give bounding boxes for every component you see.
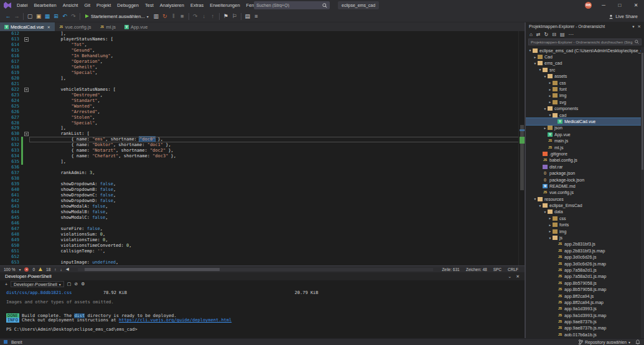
line-options-icon[interactable]: ≡: [252, 11, 261, 22]
tree-item-json[interactable]: ▸json: [526, 125, 641, 131]
tree-item--gitignore[interactable]: .gitignore: [526, 150, 641, 157]
scroll-left-icon[interactable]: ◀: [66, 267, 69, 272]
chevron-down-icon[interactable]: ▾: [548, 236, 553, 240]
tree-item-app-8b579058-js[interactable]: JSapp.8b579058.js: [526, 280, 641, 286]
block-select-icon[interactable]: ▤: [243, 11, 252, 22]
warning-count[interactable]: 18: [46, 267, 50, 272]
menu-item-git[interactable]: Git: [81, 0, 93, 11]
code-line-627[interactable]: 627 "Stolen",: [5, 115, 525, 121]
code-line-615[interactable]: 615 "Gesund",: [5, 48, 525, 53]
fold-collapse-icon[interactable]: [24, 132, 29, 136]
minimize-button[interactable]: ─: [595, 0, 612, 11]
tree-item-app-2b831bf3-js[interactable]: JSapp.2b831bf3.js: [526, 241, 641, 247]
zoom-dropdown-icon[interactable]: ▾: [19, 267, 21, 272]
tab-vue-config-js[interactable]: JSvue.config.js: [55, 22, 96, 31]
tree-item-ml-js[interactable]: JSml.js: [526, 144, 641, 150]
bookmark-list-icon[interactable]: ⚐: [230, 11, 239, 22]
new-terminal-icon[interactable]: +: [5, 282, 7, 287]
code-line-622[interactable]: 622 vehicleStatusNames: [: [5, 87, 525, 93]
code-line-649[interactable]: 649 violationsTime: 0,: [5, 237, 525, 243]
warnings-icon[interactable]: [39, 267, 42, 271]
chevron-down-icon[interactable]: ▾: [533, 197, 538, 201]
code-editor[interactable]: 612 ],613 playerStatusNames: [614 "Tot",…: [0, 31, 525, 265]
explorer-scrollbar[interactable]: [641, 47, 644, 338]
window-position-icon[interactable]: ▾: [632, 24, 634, 29]
attach-icon[interactable]: ▥: [152, 11, 161, 22]
menu-item-debuggen[interactable]: Debuggen: [114, 0, 142, 11]
step-over-icon[interactable]: ↷: [191, 11, 200, 22]
code-line-613[interactable]: 613 playerStatusNames: [: [5, 37, 525, 42]
tree-item-app-7a58a2d1-js[interactable]: JSapp.7a58a2d1.js: [526, 267, 641, 273]
close-panel-icon[interactable]: ✕: [516, 274, 520, 279]
bookmark-icon[interactable]: ⚑: [222, 11, 230, 22]
code-line-648[interactable]: 648 violationsSum: 0,: [5, 232, 525, 237]
kill-terminal-icon[interactable]: ⊘: [74, 282, 78, 287]
code-line-623[interactable]: 623 "Destroyed",: [5, 93, 525, 98]
tree-item-babel-config-js[interactable]: JSbabel.config.js: [526, 157, 641, 163]
tree-item-app-8ff2ca94-js-map[interactable]: JSapp.8ff2ca94.js.map: [526, 299, 641, 305]
tree-item-aob-017b6a1b-js[interactable]: JSaob.017b6a1b.js: [526, 331, 641, 338]
error-count[interactable]: 0: [32, 267, 35, 272]
home-icon[interactable]: ⌂: [530, 32, 533, 37]
terminal-link[interactable]: https://cli.vuejs.org/guide/deployment.h…: [119, 318, 231, 323]
chevron-right-icon[interactable]: ▸: [548, 81, 553, 85]
code-line-633[interactable]: 633 { name: "Notarzt", shortname: "doc2"…: [5, 148, 525, 154]
tree-item-readme-md[interactable]: MREADME.md: [526, 183, 641, 189]
tree-item-app-7a58a2d1-js-map[interactable]: JSapp.7a58a2d1.js.map: [526, 274, 641, 280]
chevron-right-icon[interactable]: ▸: [548, 100, 553, 104]
code-line-650[interactable]: 650 violationsTimeConverted: 0,: [5, 243, 525, 249]
code-line-644[interactable]: 644 showModalB: false,: [5, 209, 525, 215]
tree-item-eclipse-emscad[interactable]: ▾eclipse_EmsCad: [526, 202, 641, 208]
refresh-icon[interactable]: ↻: [544, 32, 549, 37]
code-line-631[interactable]: 631 { name: "ems", shortname: "doc0" },: [5, 137, 525, 142]
code-line-645[interactable]: 645 showModalC: false,: [5, 215, 525, 221]
tree-item-eclipse-ems-cad-c-users-admin-desktop-eclipse-e[interactable]: ▾eclipse_ems_cad (C:\Users\Admin\Desktop…: [526, 47, 641, 53]
menu-item-ansicht[interactable]: Ansicht: [60, 0, 82, 11]
chevron-down-icon[interactable]: ▾: [538, 68, 543, 71]
selected-text[interactable]: "doc0": [139, 137, 155, 142]
tree-item-package-lock-json[interactable]: {}package-lock.json: [526, 177, 641, 183]
tree-item-app-2b831bf3-js-map[interactable]: JSapp.2b831bf3.js.map: [526, 247, 641, 254]
live-share-button[interactable]: Live Share: [609, 11, 638, 22]
tree-item-app-9a1d3993-js[interactable]: JSapp.9a1d3993.js: [526, 306, 641, 312]
collapse-all-icon[interactable]: ⊟: [552, 32, 556, 37]
step-into-icon[interactable]: ↓: [200, 11, 208, 22]
pause-icon[interactable]: ‖: [169, 11, 178, 22]
editor-horizontal-scrollbar[interactable]: [78, 268, 433, 271]
tree-item-vue-config-js[interactable]: JSvue.config.js: [526, 190, 641, 196]
tree-item-src[interactable]: ▾src: [526, 67, 641, 73]
scrollbar-thumb[interactable]: [520, 125, 524, 191]
tree-item-img[interactable]: ▸img: [526, 228, 641, 234]
menu-item-erweiterungen[interactable]: Erweiterungen: [207, 0, 243, 11]
fold-collapse-icon[interactable]: [24, 88, 29, 92]
notifications-bell-icon[interactable]: [635, 339, 640, 345]
menu-item-test[interactable]: Test: [142, 0, 157, 11]
chevron-down-icon[interactable]: ▾: [543, 107, 548, 111]
tree-item-app-9ae8737b-js-map[interactable]: JSapp.9ae8737b.js.map: [526, 325, 641, 331]
line-indicator[interactable]: Zeile: 631: [442, 267, 460, 272]
tab-medicalcad-vue[interactable]: VMedicalCad.vue✕: [0, 22, 55, 31]
menu-item-analysieren[interactable]: Analysieren: [157, 0, 187, 11]
tree-item-font[interactable]: ▸font: [526, 86, 641, 92]
tree-item-main-js[interactable]: JSmain.js: [526, 137, 641, 144]
code-line-614[interactable]: 614 "Tot",: [5, 42, 525, 48]
tree-item-js[interactable]: ▾js: [526, 234, 641, 241]
menu-item-projekt[interactable]: Projekt: [93, 0, 114, 11]
menu-item-datei[interactable]: Datei: [14, 0, 31, 11]
code-line-619[interactable]: 619 "Special",: [5, 70, 525, 76]
collapse-panel-icon[interactable]: ⌄: [508, 274, 511, 279]
account-avatar[interactable]: RB: [585, 2, 592, 9]
fold-collapse-icon[interactable]: [24, 37, 29, 42]
open-file-icon[interactable]: ▣: [34, 11, 43, 22]
background-tasks-icon[interactable]: [4, 340, 7, 344]
tree-item-app-3d0c6d26-js[interactable]: JSapp.3d0c6d26.js: [526, 254, 641, 260]
menu-item-extras[interactable]: Extras: [187, 0, 207, 11]
redo-icon[interactable]: ↷: [69, 11, 78, 22]
tree-item-app-9ae8737b-js[interactable]: JSapp.9ae8737b.js: [526, 318, 641, 324]
run-button[interactable]: Startelement auswählen... ▾: [82, 12, 152, 21]
code-line-628[interactable]: 628 "Special",: [5, 121, 525, 126]
tree-item-app-9a1d3993-js-map[interactable]: JSapp.9a1d3993.js.map: [526, 312, 641, 318]
code-line-641[interactable]: 641 showDropdownC: false,: [5, 193, 525, 198]
stop-icon[interactable]: ■: [178, 11, 187, 22]
tree-item-fonts[interactable]: ▸fonts: [526, 222, 641, 228]
